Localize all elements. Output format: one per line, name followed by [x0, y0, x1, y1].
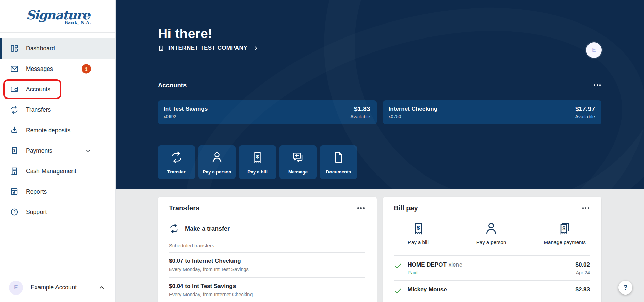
sidebar-item-remote-deposits[interactable]: Remote deposits [0, 120, 115, 140]
billpay-action-label: Manage payments [544, 239, 586, 245]
sidebar-item-support[interactable]: ? Support [0, 202, 115, 222]
sidebar-item-label: Dashboard [26, 45, 55, 52]
bank-logo-name: Signature [26, 9, 90, 21]
account-avatar: E [9, 281, 23, 295]
svg-text:?: ? [13, 210, 16, 214]
payment-row[interactable]: Mickey Mouse $2.83 [394, 280, 590, 300]
sidebar-item-transfers[interactable]: Transfers [0, 100, 115, 120]
double-receipt-dollar-icon: $ [558, 222, 571, 235]
quick-action-label: Pay a bill [247, 169, 268, 175]
transfers-menu-ellipsis-icon[interactable] [357, 205, 365, 211]
svg-text:$: $ [13, 148, 15, 152]
payment-amount: $2.83 [575, 286, 590, 293]
sidebar-item-label: Support [26, 209, 47, 216]
sidebar-nav: Dashboard Messages 1 [0, 33, 115, 273]
scheduled-transfers-label: Scheduled transfers [169, 243, 365, 253]
bank-logo-subtitle: Bank, N.A. [64, 20, 91, 25]
main-area: Hi there! INTERNET TEST COMPANY [116, 0, 644, 302]
sidebar-item-cash-management[interactable]: Cash Management [0, 161, 115, 181]
quick-action-pay-a-person[interactable]: Pay a person [198, 145, 236, 179]
sidebar-item-label: Payments [26, 147, 52, 154]
svg-text:$: $ [417, 225, 420, 231]
widgets-row: Transfers Make a transfer Scheduled tran… [116, 189, 644, 302]
sidebar-item-accounts[interactable]: Accounts [0, 79, 115, 100]
quick-action-label: Transfer [167, 169, 186, 175]
sidebar-item-label: Accounts [26, 86, 50, 93]
sidebar-item-messages[interactable]: Messages 1 [0, 59, 115, 79]
sidebar-item-label: Reports [26, 188, 47, 195]
account-balance: $1.83 [350, 105, 370, 113]
person-icon [484, 222, 498, 235]
person-icon [211, 151, 223, 164]
sidebar-item-label: Cash Management [26, 168, 76, 175]
make-a-transfer-button[interactable]: Make a transfer [169, 224, 365, 234]
make-a-transfer-label: Make a transfer [185, 225, 230, 232]
company-selector[interactable]: INTERNET TEST COMPANY [158, 45, 259, 51]
billpay-action-label: Pay a bill [408, 239, 429, 245]
quick-action-label: Pay a person [203, 169, 231, 175]
quick-action-message[interactable]: Message [279, 145, 317, 179]
quick-action-documents[interactable]: Documents [320, 145, 357, 179]
transfers-widget: Transfers Make a transfer Scheduled tran… [158, 197, 377, 302]
sidebar-item-label: Remote deposits [26, 127, 70, 134]
quick-actions-row: Transfer Pay a person $ [158, 145, 601, 179]
account-number: x0750 [389, 114, 438, 119]
account-card-internet-checking[interactable]: Internet Checking x0750 $17.97 Available [383, 100, 602, 124]
payment-row[interactable]: HOME DEPOTxlenc Paid $0.02 Apr 24 [394, 256, 590, 280]
check-icon [394, 287, 402, 295]
dashboard-icon [10, 44, 19, 53]
building-icon [158, 45, 164, 51]
scheduled-transfer-row[interactable]: $0.07 to Internet Checking Every Monday,… [169, 253, 365, 278]
account-balance-label: Available [575, 114, 595, 119]
account-switcher[interactable]: E Example Account [0, 273, 115, 302]
account-card-int-test-savings[interactable]: Int Test Savings x0692 $1.83 Available [158, 100, 377, 124]
check-icon [394, 262, 402, 270]
billpay-payments-list: HOME DEPOTxlenc Paid $0.02 Apr 24 [394, 256, 590, 300]
accounts-title: Accounts [158, 81, 187, 89]
quick-action-label: Message [288, 169, 308, 175]
payment-amount: $0.02 [575, 261, 590, 268]
account-name: Int Test Savings [164, 106, 208, 112]
accounts-section-header: Accounts [158, 81, 601, 89]
sidebar-item-label: Messages [26, 65, 53, 73]
transfer-row-title: $0.04 to Int Test Savings [169, 283, 365, 290]
billpay-action-pay-a-person[interactable]: Pay a person [471, 222, 512, 245]
account-switcher-label: Example Account [31, 284, 98, 291]
billpay-actions-row: $ Pay a bill Pay a person [394, 222, 590, 245]
scheduled-transfer-row[interactable]: $0.04 to Int Test Savings Every Monday, … [169, 278, 365, 302]
sidebar-item-label: Transfers [26, 106, 51, 114]
transfers-widget-title: Transfers [169, 204, 199, 212]
reports-icon [10, 187, 19, 196]
building-icon [10, 167, 19, 176]
sidebar-item-reports[interactable]: Reports [0, 181, 115, 202]
sidebar-item-payments[interactable]: $ Payments [0, 140, 115, 161]
accounts-menu-ellipsis-icon[interactable] [593, 82, 602, 88]
quick-action-transfer[interactable]: Transfer [158, 145, 195, 179]
billpay-widget: Bill pay $ Pay a bill [383, 197, 602, 302]
transfer-row-subtitle: Every Monday, from Int Test Savings [169, 267, 365, 272]
chevron-down-icon[interactable] [85, 147, 92, 154]
payee-suffix: xlenc [449, 261, 462, 268]
payment-date: Apr 24 [575, 270, 590, 275]
account-balance: $17.97 [575, 105, 595, 113]
payee-name: Mickey Mouse [408, 286, 576, 293]
receipt-dollar-icon: $ [10, 146, 19, 155]
billpay-action-label: Pay a person [476, 239, 506, 245]
sidebar: Signature Bank, N.A. Dashboard [0, 0, 116, 302]
hero-section: Hi there! INTERNET TEST COMPANY [116, 0, 644, 189]
account-number: x0692 [164, 114, 208, 119]
company-name: INTERNET TEST COMPANY [168, 45, 247, 51]
transfer-arrows-icon [169, 224, 179, 234]
transfer-arrows-icon [10, 105, 19, 115]
accounts-card-row: Int Test Savings x0692 $1.83 Available I… [158, 100, 601, 124]
billpay-action-manage-payments[interactable]: $ Manage payments [544, 222, 586, 245]
quick-action-pay-a-bill[interactable]: $ Pay a bill [239, 145, 276, 179]
user-avatar[interactable]: E [586, 42, 602, 58]
billpay-menu-ellipsis-icon[interactable] [582, 205, 590, 211]
sidebar-item-dashboard[interactable]: Dashboard [0, 38, 115, 59]
quick-action-label: Documents [326, 169, 351, 175]
billpay-action-pay-a-bill[interactable]: $ Pay a bill [398, 222, 439, 245]
chevron-up-icon [98, 284, 105, 291]
chevron-right-icon [253, 45, 259, 51]
help-button[interactable]: ? [618, 281, 632, 295]
